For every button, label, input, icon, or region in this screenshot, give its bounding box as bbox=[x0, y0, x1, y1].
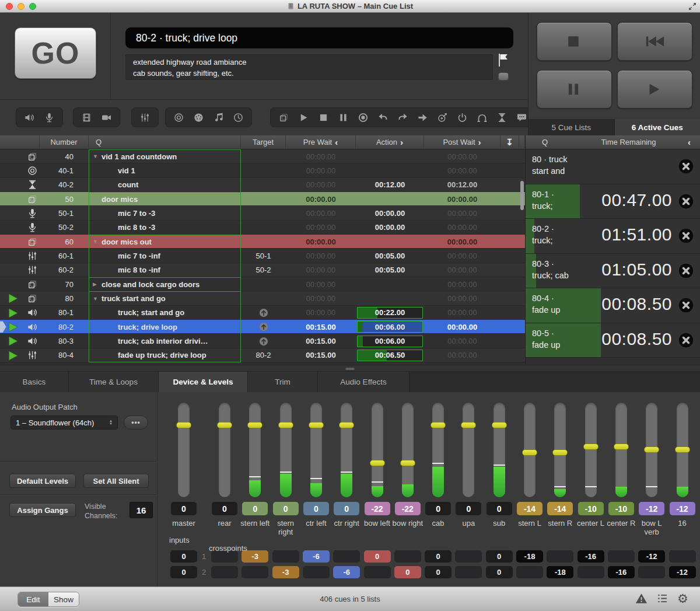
tab-time-loops[interactable]: Time & Loops bbox=[69, 372, 159, 392]
mic-icon[interactable] bbox=[44, 112, 55, 123]
cue-row-40-2[interactable]: 40-2count00:00.0000:12.0000:12.00 bbox=[0, 178, 525, 192]
crosspoint-stern-right-row2[interactable]: -3 bbox=[272, 566, 299, 578]
crosspoint-upa-row1[interactable] bbox=[455, 550, 482, 563]
tab-device-levels[interactable]: Device & Levels bbox=[159, 372, 248, 392]
active-header-time[interactable]: Time Remaining bbox=[569, 138, 688, 146]
fullscreen-icon[interactable] bbox=[688, 2, 696, 11]
level-value-ctr-left[interactable]: 0 bbox=[303, 502, 329, 515]
crosspoint-sub-row2[interactable]: 0 bbox=[486, 566, 513, 578]
fader-rear[interactable] bbox=[219, 403, 230, 497]
arrow-right-icon[interactable] bbox=[417, 112, 428, 123]
fader-center-l[interactable] bbox=[585, 403, 597, 497]
stop-cue-x-button[interactable] bbox=[678, 263, 694, 278]
fader-thumb-rear[interactable] bbox=[217, 422, 232, 428]
cue-row-80-4[interactable]: 80-4fade up truck; drive loop80-200:15.0… bbox=[0, 348, 525, 362]
stop-icon[interactable] bbox=[318, 112, 329, 123]
fader-thumb-bow-right[interactable] bbox=[400, 460, 415, 466]
set-all-silent-button[interactable]: Set All Silent bbox=[83, 474, 149, 488]
hourglass-icon[interactable] bbox=[496, 112, 508, 123]
fader-stern-left[interactable] bbox=[249, 403, 261, 497]
fader-16[interactable] bbox=[677, 403, 688, 497]
fader-thumb-upa[interactable] bbox=[461, 422, 476, 428]
fader-thumb-sub[interactable] bbox=[492, 422, 507, 428]
cue-row-50-2[interactable]: 50-2mic 8 to -300:00.0000:00.0000:00.00 bbox=[0, 221, 525, 235]
fader-thumb-ctr-right[interactable] bbox=[339, 422, 354, 428]
rewind-button[interactable] bbox=[617, 22, 692, 61]
fader-thumb-master[interactable] bbox=[176, 422, 191, 428]
fader-ctr-right[interactable] bbox=[341, 403, 352, 497]
list-icon[interactable] bbox=[656, 592, 668, 605]
crosspoint-rear-row2[interactable] bbox=[211, 566, 238, 578]
cue-row-40[interactable]: 40▼vid 1 and countdown00:00.0000:00.00 bbox=[0, 149, 525, 163]
crosspoint-master-row2[interactable]: 0 bbox=[170, 566, 197, 578]
level-value-cab[interactable]: 0 bbox=[425, 502, 451, 515]
fader-thumb-stern-l[interactable] bbox=[522, 449, 537, 456]
crosspoint-16-row2[interactable]: -12 bbox=[669, 566, 696, 578]
power-icon[interactable] bbox=[457, 112, 468, 123]
record-icon[interactable] bbox=[358, 112, 369, 123]
level-value-center-r[interactable]: -10 bbox=[608, 502, 634, 515]
cue-row-80-2[interactable]: 80-2truck; drive loop00:15.0000:06.0000:… bbox=[0, 320, 525, 334]
crosspoint-cab-row2[interactable]: 0 bbox=[425, 566, 452, 578]
fader-bow-right[interactable] bbox=[402, 403, 414, 497]
pause-button[interactable] bbox=[537, 70, 612, 109]
crosspoint-bow-l-verb-row1[interactable]: -12 bbox=[638, 550, 665, 563]
level-value-center-l[interactable]: -10 bbox=[578, 502, 604, 515]
cue-notes-field[interactable]: extended highway road ambiance cab sound… bbox=[125, 54, 493, 80]
cue-row-60-2[interactable]: 60-2mic 8 to -inf50-200:00.0000:05.0000:… bbox=[0, 263, 525, 277]
splitter[interactable] bbox=[0, 365, 700, 372]
undo-icon[interactable] bbox=[377, 112, 388, 123]
go-button[interactable]: GO bbox=[15, 27, 96, 79]
fader-master[interactable] bbox=[178, 403, 190, 497]
cue-row-80-1[interactable]: 80-1truck; start and go00:00.0000:22.000… bbox=[0, 306, 525, 320]
active-cue-row[interactable]: 80-3 ·truck; cab01:05.00 bbox=[526, 254, 700, 289]
active-cue-row[interactable]: 80-2 ·truck;01:51.00 bbox=[526, 219, 700, 254]
dart-icon[interactable] bbox=[437, 112, 448, 123]
crosspoint-stern-l-row2[interactable] bbox=[516, 566, 543, 578]
level-value-stern-r[interactable]: -14 bbox=[547, 502, 573, 515]
gear-icon[interactable]: ⚙ bbox=[677, 592, 690, 605]
audio-patch-select[interactable]: 1 – Soundflower (64ch) ▲▼ bbox=[10, 416, 118, 430]
crosspoint-stern-left-row2[interactable] bbox=[242, 566, 268, 578]
crosspoint-center-l-row2[interactable] bbox=[578, 566, 604, 578]
crosspoint-ctr-right-row2[interactable]: -6 bbox=[333, 566, 360, 578]
level-value-stern-right[interactable]: 0 bbox=[273, 502, 299, 515]
crosspoint-ctr-right-row1[interactable] bbox=[333, 550, 360, 563]
level-value-ctr-right[interactable]: 0 bbox=[334, 502, 359, 515]
disclosure-open-icon[interactable]: ▼ bbox=[93, 239, 102, 245]
fader-thumb-ctr-left[interactable] bbox=[309, 422, 324, 428]
level-value-upa[interactable]: 0 bbox=[456, 502, 481, 515]
header-q-col[interactable]: Q bbox=[89, 135, 241, 149]
active-cue-row[interactable]: 80-5 ·fade up00:08.50 bbox=[526, 323, 700, 358]
tab-6-active-cues[interactable]: 6 Active Cues bbox=[615, 119, 700, 135]
crosspoint-ctr-left-row1[interactable]: -6 bbox=[303, 550, 330, 563]
crosspoint-sub-row1[interactable]: 0 bbox=[486, 550, 513, 563]
chat-icon[interactable] bbox=[516, 112, 527, 123]
fader-thumb-stern-right[interactable] bbox=[278, 422, 293, 428]
level-value-bow-right[interactable]: -22 bbox=[395, 502, 421, 515]
level-value-16[interactable]: -12 bbox=[670, 502, 695, 515]
fader-thumb-stern-left[interactable] bbox=[247, 422, 262, 428]
fader-bow-l-verb[interactable] bbox=[646, 403, 657, 497]
crosspoint-stern-right-row1[interactable] bbox=[272, 550, 299, 563]
crosspoint-master-row1[interactable]: 0 bbox=[170, 550, 197, 563]
crosspoint-cab-row1[interactable]: 0 bbox=[425, 550, 452, 563]
disclosure-open-icon[interactable]: ▼ bbox=[93, 153, 102, 159]
header-target-col[interactable]: Target bbox=[241, 135, 286, 149]
active-header-q[interactable]: Q bbox=[526, 138, 569, 146]
header-prewait-col[interactable]: Pre Wait‹ bbox=[286, 135, 356, 149]
target-rings-icon[interactable] bbox=[173, 112, 184, 123]
fader-stern-l[interactable] bbox=[524, 403, 536, 497]
assign-gangs-button[interactable]: Assign Gangs bbox=[9, 503, 76, 517]
group-icon[interactable] bbox=[278, 112, 289, 123]
flag-icon[interactable] bbox=[497, 53, 510, 68]
redo-icon[interactable] bbox=[397, 112, 408, 123]
music-icon[interactable] bbox=[213, 112, 224, 123]
crosspoint-stern-r-row2[interactable]: -18 bbox=[547, 566, 573, 578]
crosspoint-upa-row2[interactable] bbox=[455, 566, 482, 578]
tab-5-cue-lists[interactable]: 5 Cue Lists bbox=[528, 119, 615, 135]
stop-cue-x-button[interactable] bbox=[678, 194, 694, 209]
header-action-col[interactable]: Action› bbox=[356, 135, 424, 149]
level-value-rear[interactable]: 0 bbox=[212, 502, 237, 515]
tab-audio-effects[interactable]: Audio Effects bbox=[318, 372, 410, 392]
